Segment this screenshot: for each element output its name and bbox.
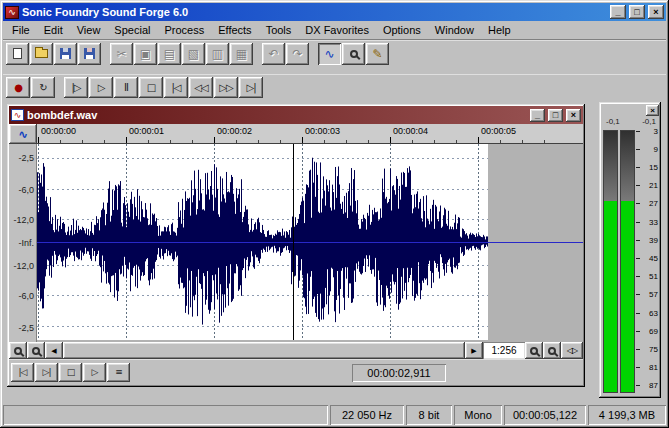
redo-arrow-icon: ↷ (292, 48, 302, 60)
forward-button[interactable]: ▷▷ (214, 77, 238, 98)
menu-item-process[interactable]: Process (157, 22, 211, 39)
mix-icon: ▥ (212, 48, 223, 60)
standard-toolbar: ✂▣▤▧▥▦↶↷∿✎ (3, 40, 666, 66)
new-file-button[interactable] (6, 43, 29, 65)
ruler-major-tick (126, 137, 127, 143)
meter-scale-label: 45 (649, 253, 658, 262)
go-to-end-button[interactable]: ▷| (239, 77, 263, 98)
ruler-minor-tick (456, 140, 457, 143)
meter-scale-tick (636, 167, 640, 168)
go-to-start-icon: |◁ (19, 368, 27, 377)
playbar-stop-button[interactable]: □ (59, 363, 82, 382)
playbar-play-button[interactable]: ▷ (83, 363, 106, 382)
paste-icon: ▤ (164, 48, 175, 60)
app-icon[interactable]: ∿ (5, 6, 19, 19)
close-button[interactable]: × (648, 5, 664, 19)
magnify-tool-button[interactable] (342, 43, 365, 65)
meter-scale-label: 27 (649, 199, 658, 208)
meter-scale-tick (636, 240, 640, 241)
scroll-left-button[interactable]: ◀ (45, 342, 63, 359)
document-close-button[interactable]: × (566, 109, 581, 122)
time-ruler[interactable]: 00:00:0000:00:0100:00:0200:00:0300:00:04… (37, 124, 583, 144)
trim-button: ▦ (230, 43, 253, 65)
magnifier-icon (32, 347, 40, 355)
pencil-tool-button[interactable]: ✎ (366, 43, 389, 65)
ruler-minor-tick (368, 140, 369, 143)
rewind-button[interactable]: ◁◁ (189, 77, 213, 98)
play-icon: ▷ (98, 83, 105, 93)
meter-scale-tick (636, 276, 640, 277)
edit-tool-button[interactable]: ∿ (318, 43, 341, 65)
pause-icon: Ⅱ (124, 83, 128, 93)
toolbar-separator (102, 44, 109, 64)
menu-item-effects[interactable]: Effects (211, 22, 258, 39)
meter-scale-label: 75 (649, 344, 658, 353)
undo-button: ↶ (262, 43, 285, 65)
save-button[interactable] (54, 43, 77, 65)
loop-playback-button[interactable]: ↻ (31, 77, 55, 98)
menu-item-edit[interactable]: Edit (37, 22, 70, 39)
stop-button[interactable]: □ (139, 77, 163, 98)
horizontal-scroll-row: ◀ ▶ 1:256 ◁▷ (9, 342, 583, 359)
pause-button[interactable]: Ⅱ (114, 77, 138, 98)
status-sample-rate: 22 050 Hz (330, 405, 404, 425)
go-to-start-button[interactable]: |◁ (164, 77, 188, 98)
playbar-options-button[interactable]: ≡ (107, 363, 130, 382)
play-all-icon: |▷ (71, 83, 80, 93)
play-meter-panel: × -0,1 -0,1 3915212733394551576369758187 (599, 102, 661, 398)
zoom-in-button[interactable] (543, 342, 561, 359)
menu-item-help[interactable]: Help (481, 22, 518, 39)
waveform-file-icon[interactable]: ∿ (11, 109, 24, 121)
magnifier-icon (14, 347, 22, 355)
meter-scale-label: 69 (649, 326, 658, 335)
open-file-button[interactable] (30, 43, 53, 65)
zoom-time-out-button[interactable] (9, 342, 27, 359)
edit-tool-selector-button[interactable]: ∿ (9, 124, 37, 144)
save-floppy-icon (60, 48, 71, 59)
menu-item-window[interactable]: Window (428, 22, 481, 39)
waveform-canvas[interactable] (37, 144, 583, 340)
meter-scale-tick (636, 222, 640, 223)
level-ruler-label: -Inf. (18, 238, 34, 248)
playbar-go-to-start-button[interactable]: |◁ (11, 363, 34, 382)
zoom-resolution-spinner[interactable]: ◁▷ (561, 342, 583, 359)
level-ruler-label: -6,0 (18, 185, 34, 195)
zoom-out-button[interactable] (525, 342, 543, 359)
status-message (3, 405, 328, 425)
zoom-time-in-button[interactable] (27, 342, 45, 359)
ruler-minor-tick (192, 140, 193, 143)
meter-scale-label: 51 (649, 272, 658, 281)
meter-scale-tick (636, 349, 640, 350)
play-all-button[interactable]: |▷ (64, 77, 88, 98)
menu-item-tools[interactable]: Tools (259, 22, 299, 39)
mix-button: ▥ (206, 43, 229, 65)
meter-scale-label: 15 (649, 163, 658, 172)
menu-item-dx-favorites[interactable]: DX Favorites (298, 22, 376, 39)
maximize-button[interactable]: □ (629, 5, 645, 19)
menu-item-options[interactable]: Options (376, 22, 428, 39)
meter-scale-label: 57 (649, 290, 658, 299)
ruler-minor-tick (170, 140, 171, 143)
scroll-right-button[interactable]: ▶ (465, 342, 483, 359)
playbar: |◁▷|□▷≡ 00:00:02,911 (9, 359, 583, 385)
level-ruler[interactable]: -2,5-6,0-12,0-Inf.-12,0-6,0-2,5 (9, 144, 37, 342)
play-button[interactable]: ▷ (89, 77, 113, 98)
meter-scale-label: 21 (649, 181, 658, 190)
menu-item-view[interactable]: View (70, 22, 108, 39)
meter-close-button[interactable]: × (646, 105, 659, 116)
menu-item-special[interactable]: Special (107, 22, 157, 39)
ruler-label: 00:00:03 (305, 126, 340, 136)
meter-body[interactable]: 3915212733394551576369758187 (601, 128, 659, 396)
document-minimize-button[interactable]: _ (530, 109, 545, 122)
save-as-button[interactable] (78, 43, 101, 65)
record-button[interactable]: ● (6, 77, 30, 98)
document-maximize-button[interactable]: □ (548, 109, 563, 122)
meter-scale-tick (636, 131, 640, 132)
menu-item-file[interactable]: File (5, 22, 37, 39)
playbar-go-to-end-button[interactable]: ▷| (35, 363, 58, 382)
meter-scale-tick (636, 385, 640, 386)
status-channels: Mono (454, 405, 502, 425)
scrollbar-thumb[interactable] (63, 342, 465, 359)
minimize-button[interactable]: _ (610, 5, 626, 19)
scrollbar-track[interactable] (63, 342, 465, 359)
